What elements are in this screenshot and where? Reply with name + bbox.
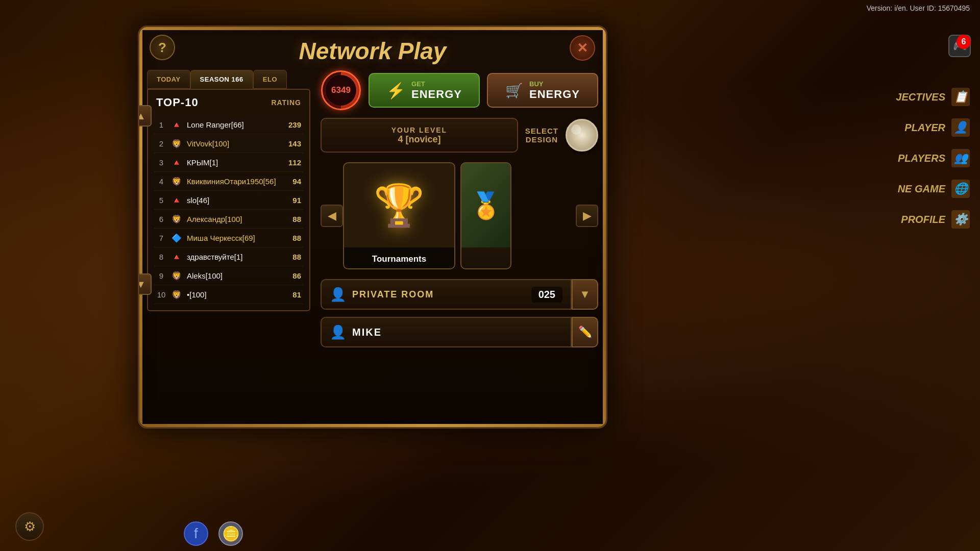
- scroll-down-button[interactable]: ▼: [138, 273, 152, 295]
- card-second[interactable]: 🏅: [460, 162, 511, 269]
- version-text: Version: i/en. User ID: 15670495: [867, 4, 970, 12]
- private-room-box[interactable]: 👤 PRIVATE ROOM 025: [321, 279, 572, 310]
- trophy-overlay: 🏆: [344, 163, 454, 247]
- right-navigation: JECTIVES 📋 PLAYER 👤 PLAYERS 👥 NE GAME 🌐 …: [878, 82, 980, 235]
- modal-header: ? Network Play ✕: [139, 27, 606, 70]
- profile-icon: ⚙️: [951, 210, 970, 229]
- settings-icon: ⚙: [24, 519, 36, 535]
- rank-icon-10: 🦁: [170, 288, 183, 300]
- private-room-icon: 👤: [330, 287, 346, 303]
- rank-icon-3: 🔺: [170, 156, 183, 168]
- player-icon-small: 👤: [330, 324, 346, 340]
- design-select: SELECTDESIGN: [525, 119, 598, 152]
- notification-badge[interactable]: 🎮 6: [948, 35, 971, 57]
- second-card-image: 🏅: [461, 163, 510, 247]
- private-room-label: PRIVATE ROOM: [352, 289, 525, 300]
- buy-energy-text: BUY ENERGY: [529, 80, 580, 101]
- help-icon: ?: [150, 35, 175, 60]
- rank-icon-1: 🔺: [170, 118, 183, 131]
- tournaments-card-label: Tournaments: [344, 247, 454, 269]
- players-label: PLAYERS: [898, 153, 945, 164]
- lightning-icon: ⚡: [386, 82, 405, 99]
- table-row[interactable]: 5 🔺 slo[46] 91: [154, 191, 303, 210]
- buy-label-small: BUY: [529, 80, 543, 88]
- objectives-label: JECTIVES: [896, 91, 945, 103]
- sidebar-item-player[interactable]: PLAYER 👤: [878, 112, 980, 143]
- scroll-up-button[interactable]: ▲: [138, 105, 152, 127]
- tab-elo[interactable]: ELO: [253, 70, 287, 89]
- table-row[interactable]: 9 🦁 Aleks[100] 86: [154, 266, 303, 285]
- private-room-dropdown[interactable]: ▼: [572, 279, 598, 310]
- player-name-label: MIKE: [352, 327, 382, 338]
- table-row[interactable]: 2 🦁 VitVovk[100] 143: [154, 134, 303, 153]
- design-label: SELECTDESIGN: [525, 127, 558, 144]
- private-room-row: 👤 PRIVATE ROOM 025 ▼: [321, 279, 598, 310]
- leaderboard-header: TOP-10 RATING: [154, 96, 303, 109]
- energy-ring: 6349: [321, 70, 361, 110]
- settings-button[interactable]: ⚙: [15, 512, 44, 541]
- table-row[interactable]: 4 🦁 КвиквинияОтари1950[56] 94: [154, 172, 303, 191]
- energy-row: 6349 ⚡ GET ENERGY 🛒 BUY ENERGY: [321, 70, 598, 111]
- rank-icon-9: 🦁: [170, 269, 183, 282]
- social-button[interactable]: f: [184, 521, 208, 546]
- level-label: YOUR LEVEL: [391, 126, 447, 134]
- level-box[interactable]: YOUR LEVEL 4 [novice]: [321, 118, 518, 153]
- player-edit-button[interactable]: ✏️: [572, 317, 598, 347]
- player-name-row: 👤 MIKE ✏️: [321, 317, 598, 347]
- table-row[interactable]: 7 🔷 Миша Черкесск[69] 88: [154, 229, 303, 247]
- card-tournaments[interactable]: 🏆 Tournaments: [343, 162, 455, 269]
- trophy-icon: 🏆: [374, 182, 425, 230]
- table-row[interactable]: 1 🔺 Lone Ranger[66] 239: [154, 115, 303, 134]
- coins-button[interactable]: 🪙: [218, 521, 243, 546]
- rank-icon-7: 🔷: [170, 232, 183, 244]
- second-card-icon: 🏅: [470, 191, 502, 220]
- close-button[interactable]: ✕: [569, 35, 596, 61]
- get-label-large: ENERGY: [411, 88, 462, 101]
- cards-container: 🏆 Tournaments 🏅: [343, 162, 576, 269]
- sidebar-item-players[interactable]: PLAYERS 👥: [878, 143, 980, 173]
- get-energy-button[interactable]: ⚡ GET ENERGY: [369, 73, 480, 108]
- objectives-icon: 📋: [951, 88, 970, 106]
- rank-icon-6: 🦁: [170, 213, 183, 225]
- design-piece[interactable]: [566, 119, 598, 152]
- help-button[interactable]: ?: [150, 35, 176, 61]
- tournaments-card-image: 🏆: [344, 163, 454, 247]
- table-row[interactable]: 6 🦁 Александр[100] 88: [154, 210, 303, 229]
- table-row[interactable]: 10 🦁 •[100] 81: [154, 285, 303, 304]
- cards-carousel: ◀ 🏆 Tournaments: [321, 160, 598, 272]
- sidebar-item-objectives[interactable]: JECTIVES 📋: [878, 82, 980, 112]
- buy-energy-button[interactable]: 🛒 BUY ENERGY: [487, 73, 598, 108]
- carousel-left-arrow[interactable]: ◀: [321, 205, 343, 227]
- players-icon: 👥: [951, 149, 970, 167]
- checkerboard-bg: 🏆: [344, 163, 454, 247]
- tab-today[interactable]: TODAY: [147, 70, 190, 89]
- right-panel: 6349 ⚡ GET ENERGY 🛒 BUY ENERGY: [310, 70, 598, 411]
- sidebar-item-profile[interactable]: PROFILE ⚙️: [878, 204, 980, 235]
- energy-inner: 6349: [326, 75, 356, 106]
- sidebar-item-online-game[interactable]: NE GAME 🌐: [878, 173, 980, 204]
- onlinegame-label: NE GAME: [898, 183, 945, 195]
- tab-season[interactable]: SEASON 166: [190, 70, 253, 89]
- buy-label-large: ENERGY: [529, 88, 580, 101]
- table-row[interactable]: 8 🔺 здравствуйте[1] 88: [154, 247, 303, 266]
- player-name-box: 👤 MIKE: [321, 317, 572, 347]
- leaderboard-panel: TODAY SEASON 166 ELO ▲ ▼ TOP-10 RATING 1…: [147, 70, 310, 411]
- onlinegame-icon: 🌐: [951, 180, 970, 198]
- rank-icon-5: 🔺: [170, 194, 183, 206]
- modal-title: Network Play: [139, 37, 606, 65]
- level-value: 4 [novice]: [398, 134, 440, 145]
- network-play-modal: ? Network Play ✕ TODAY SEASON 166 ELO ▲ …: [138, 26, 607, 429]
- rank-icon-2: 🦁: [170, 137, 183, 149]
- rating-label: RATING: [271, 98, 301, 107]
- bottom-nav: f 🪙: [184, 521, 243, 546]
- table-row[interactable]: 3 🔺 КРЫМ[1] 112: [154, 153, 303, 172]
- close-icon: ✕: [570, 35, 595, 61]
- rank-icon-8: 🔺: [170, 251, 183, 263]
- edit-icon: ✏️: [578, 325, 592, 339]
- rank-icon-4: 🦁: [170, 175, 183, 187]
- leaderboard-tabs: TODAY SEASON 166 ELO: [147, 70, 310, 89]
- cart-icon: 🛒: [505, 82, 523, 99]
- leaderboard-title: TOP-10: [156, 96, 199, 109]
- carousel-right-arrow[interactable]: ▶: [576, 205, 598, 227]
- level-design-row: YOUR LEVEL 4 [novice] SELECTDESIGN: [321, 118, 598, 153]
